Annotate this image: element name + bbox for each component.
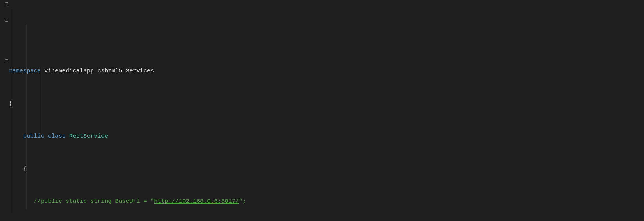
code-line[interactable]: { [9, 165, 644, 173]
code-editor[interactable]: namespace vinemedicalapp_cshtml5.Service… [0, 0, 644, 221]
fold-toggle-icon[interactable] [5, 2, 8, 5]
code-line[interactable]: namespace vinemedicalapp_cshtml5.Service… [9, 67, 644, 75]
gutter [0, 0, 9, 221]
keyword: public [23, 133, 44, 139]
fold-toggle-icon[interactable] [5, 59, 8, 62]
class-name: RestService [69, 133, 108, 139]
code-line[interactable]: { [9, 99, 644, 108]
code-area[interactable]: namespace vinemedicalapp_cshtml5.Service… [9, 0, 644, 221]
keyword: namespace [9, 68, 41, 74]
comment-text: "; [239, 198, 246, 204]
comment-text: //public static string BaseUrl = " [34, 198, 154, 204]
brace: { [23, 165, 27, 172]
code-line[interactable]: public class RestService [9, 132, 644, 140]
namespace-name: vinemedicalapp_cshtml5.Services [44, 68, 154, 74]
fold-toggle-icon[interactable] [5, 19, 8, 22]
indent-guide [26, 24, 27, 210]
comment-url: http://192.168.0.6:8017/ [154, 198, 239, 204]
brace: { [9, 100, 13, 107]
keyword: class [48, 133, 66, 139]
indent-guide [12, 8, 12, 213]
comment: //public static string BaseUrl = "http:/… [34, 198, 246, 204]
code-line[interactable]: //public static string BaseUrl = "http:/… [9, 197, 644, 205]
